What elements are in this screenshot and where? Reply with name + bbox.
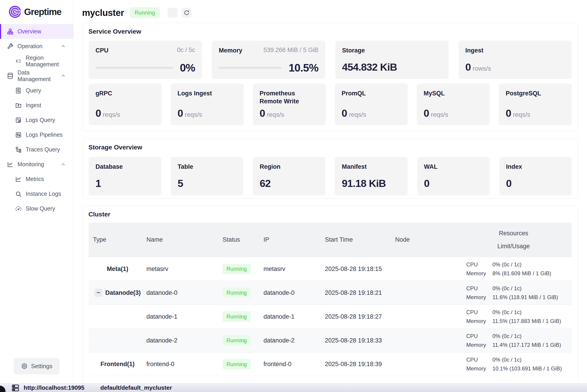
row-name: datanode-1 (146, 313, 223, 320)
index-label: Index (506, 163, 522, 170)
sidebar-item-label: Slow Query (26, 205, 55, 212)
promql-value: 0 (342, 108, 347, 119)
sidebar-item-logs-pipelines[interactable]: Logs Pipelines (0, 128, 73, 142)
prometheus-remote-write-label: Prometheus Remote Write (260, 90, 299, 105)
status-badge: Running (223, 288, 250, 298)
col-status: Status (223, 236, 263, 243)
chart-icon (7, 161, 14, 168)
sidebar: Greptime Overview Operation Region Manag… (0, 0, 73, 383)
database-label: Database (96, 163, 123, 170)
sidebar-item-region-management[interactable]: Region Management (0, 54, 73, 68)
logs-ingest-value: 0 (178, 108, 183, 119)
status-badge: Running (223, 335, 250, 346)
region-merge-icon (15, 58, 22, 64)
settings-button[interactable]: Settings (14, 358, 60, 374)
storage-cards-row: Database 1 Table 5 Region 62 Manifest 91… (89, 157, 572, 191)
table-row-frontend: Frontend(1) frontend-0 Running frontend-… (89, 352, 572, 376)
sidebar-item-ingest[interactable]: Ingest (0, 98, 73, 113)
service-overview-panel: Service Overview CPU 0c / 5c 0% Memory 5… (82, 23, 578, 131)
sidebar-item-traces-query[interactable]: Traces Query (0, 142, 73, 157)
manifest-card: Manifest 91.18 KiB (335, 157, 407, 195)
gauge-icon (15, 205, 22, 212)
memory-usage: 10.1% (103.691 MiB / 1 GiB) (492, 366, 572, 372)
cpu-card: CPU 0c / 5c 0% (89, 41, 202, 79)
cpu-label: CPU (96, 46, 108, 54)
settings-nut-icon (21, 363, 28, 370)
gauge-cards-row: CPU 0c / 5c 0% Memory 539.266 MiB / 5 Gi… (89, 41, 572, 75)
col-resources: Resources Limit/Usage (455, 230, 572, 250)
sidebar-item-label: Region Management (26, 54, 73, 68)
cpu-usage: 0% (0c / 1c) (492, 333, 572, 339)
sidebar-item-slow-query[interactable]: Slow Query (0, 201, 73, 216)
row-ip: frontend-0 (263, 361, 325, 368)
index-card: Index 0 (499, 157, 572, 195)
memory-detail: 539.266 MiB / 5 GiB (263, 46, 319, 54)
table-row-meta: Meta(1) metasrv Running metasrv 2025-08-… (89, 257, 572, 281)
storage-label: Storage (342, 46, 365, 54)
sidebar-item-metrics[interactable]: Metrics (0, 172, 73, 186)
row-name: datanode-0 (146, 289, 223, 296)
sidebar-item-operation[interactable]: Operation (0, 39, 73, 54)
sidebar-item-label: Traces Query (26, 146, 60, 153)
server-icon (11, 384, 20, 392)
memory-usage: 8% (81.609 MiB / 1 GiB) (492, 270, 572, 277)
col-start-time: Start Time (325, 236, 395, 243)
sidebar-item-instance-logs[interactable]: Instance Logs (0, 186, 73, 201)
current-database[interactable]: default/default_mycluster (100, 384, 172, 391)
memory-row-label: Memory (466, 270, 492, 277)
grpc-unit: reqs/s (103, 111, 120, 118)
col-type: Type (89, 236, 146, 243)
cpu-usage: 0% (0c / 1c) (492, 309, 572, 316)
row-start-time: 2025-08-28 19:18:15 (325, 266, 395, 272)
row-resources: CPU0% (0c / 1c) Memory11.6% (118.91 MiB … (455, 285, 572, 300)
promql-unit: reqs/s (349, 111, 366, 118)
cpu-usage: 0% (0c / 1c) (492, 262, 572, 268)
storage-overview-panel: Storage Overview Database 1 Table 5 Regi… (82, 138, 578, 199)
promql-label: PromQL (342, 90, 366, 97)
table-row-datanode-2: datanode-2 Running datanode-2 2025-08-28… (89, 328, 572, 352)
sidebar-item-overview[interactable]: Overview (0, 24, 73, 39)
postgresql-label: PostgreSQL (506, 90, 541, 97)
chevron-up-icon[interactable] (61, 162, 66, 167)
chevron-up-icon[interactable] (61, 73, 66, 78)
col-node: Node (395, 236, 455, 243)
database-card: Database 1 (89, 157, 161, 195)
mysql-value: 0 (424, 108, 429, 119)
sidebar-item-monitoring[interactable]: Monitoring (0, 157, 73, 172)
chevron-up-icon[interactable] (61, 44, 66, 49)
table-row-datanode-1: datanode-1 Running datanode-1 2025-08-28… (89, 304, 572, 328)
wrench-icon (7, 43, 14, 50)
cpu-progress-track (96, 67, 173, 69)
sidebar-item-query[interactable]: Query (0, 83, 73, 98)
collapse-datanode-button[interactable]: − (94, 289, 103, 297)
row-type: − Datanode(3) (89, 289, 146, 297)
main-content: mycluster Running Service Overview CPU 0… (74, 0, 587, 383)
storage-overview-title: Storage Overview (88, 144, 578, 151)
cluster-action-button[interactable] (168, 8, 178, 18)
status-badge: Running (223, 311, 250, 322)
row-resources: CPU0% (0c / 1c) Memory11.4% (117.172 MiB… (455, 333, 572, 348)
sidebar-item-data-management[interactable]: Data Management (0, 68, 73, 83)
cpu-row-label: CPU (466, 285, 492, 292)
postgresql-unit: reqs/s (513, 111, 530, 118)
sidebar-nav: Overview Operation Region Management Dat… (0, 24, 73, 216)
sidebar-item-label: Logs Query (26, 117, 55, 123)
endpoint-url[interactable]: http://localhost:19095 (24, 384, 84, 391)
row-type-label: Datanode(3) (105, 289, 141, 296)
service-overview-title: Service Overview (88, 28, 578, 35)
row-resources: CPU0% (0c / 1c) Memory10.1% (103.691 MiB… (455, 356, 572, 372)
chart-icon (15, 176, 22, 182)
prometheus-remote-write-card: Prometheus Remote Write 0reqs/s (253, 84, 326, 125)
mysql-unit: reqs/s (431, 111, 448, 118)
refresh-button[interactable] (182, 8, 192, 18)
sidebar-item-logs-query[interactable]: Logs Query (0, 113, 73, 128)
row-ip: datanode-1 (263, 313, 325, 320)
row-start-time: 2025-08-28 19:18:27 (325, 313, 395, 320)
table-label: Table (178, 163, 193, 170)
postgresql-value: 0 (506, 108, 511, 119)
row-type: Meta(1) (89, 266, 146, 272)
database-value: 1 (96, 178, 101, 189)
cluster-title: Cluster (88, 211, 578, 218)
sitemap-icon (7, 28, 14, 35)
grpc-card: gRPC 0reqs/s (89, 84, 162, 125)
